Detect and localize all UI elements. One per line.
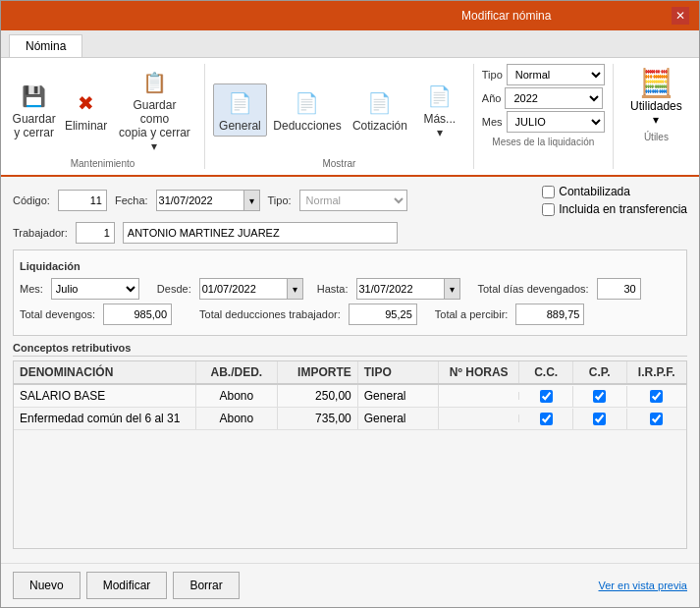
row2-irpf-check[interactable] — [650, 413, 663, 425]
mes-row: Mes JULIO ENERO FEBRERO — [482, 111, 605, 133]
mas-icon: 📄 — [424, 81, 456, 112]
ribbon-buttons-mostrar: 📄 General 📄 Deducciones 📄 Cotización 📄 M… — [213, 64, 465, 156]
tipo-row: Tipo Normal Extraordinaria Atraso — [482, 64, 605, 85]
total-ded-input[interactable] — [349, 304, 417, 325]
row2-denominacion: Enfermedad común del 6 al 31 — [14, 408, 196, 429]
utilities-button[interactable]: 🧮 Utilidades ▾ — [621, 64, 691, 130]
meses-label: Meses de la liquidación — [482, 137, 605, 147]
contabilizada-item: Contabilizada — [542, 185, 687, 198]
cotizacion-icon: 📄 — [364, 87, 396, 119]
ribbon-group-mantenimiento: 💾 Guardar y cerrar ✖ Eliminar 📋 Guardar … — [9, 64, 205, 169]
mantenimiento-label: Mantenimiento — [9, 158, 196, 169]
row2-cc-check[interactable] — [540, 413, 553, 425]
conceptos-title: Conceptos retributivos — [13, 342, 687, 357]
row2-cp-check[interactable] — [593, 413, 606, 425]
table-row[interactable]: Enfermedad común del 6 al 31 Abono 735,0… — [14, 408, 686, 430]
total-percibir-label: Total a percibir: — [435, 308, 509, 320]
mes-liq-select[interactable]: Julio Enero Febrero — [51, 278, 139, 300]
mes-liq-label: Mes: — [20, 283, 43, 295]
total-dias-label: Total días devengados: — [478, 283, 589, 295]
total-percibir-input[interactable] — [515, 304, 584, 325]
codigo-label: Código: — [13, 194, 50, 206]
close-button[interactable]: ✕ — [672, 7, 689, 25]
eliminar-button[interactable]: ✖ Eliminar — [61, 84, 111, 136]
transferencia-label: Incluida en transferencia — [559, 202, 687, 216]
form-row-trabajador: Trabajador: — [13, 222, 687, 244]
hasta-dropdown-btn[interactable]: ▾ — [445, 278, 460, 300]
row1-cc-check[interactable] — [540, 390, 553, 403]
anio-ribbon-select[interactable]: 2022 2021 2023 — [505, 87, 603, 109]
ribbon-liquidacion-settings: Tipo Normal Extraordinaria Atraso Año 20… — [482, 64, 614, 169]
delete-icon: ✖ — [71, 87, 102, 119]
utiles-label: Útiles — [644, 132, 669, 142]
row2-importe: 735,00 — [278, 408, 358, 429]
guardar-copia-button[interactable]: 📋 Guardar como copia y cerrar ▾ — [113, 64, 196, 156]
fecha-wrapper: ▾ — [156, 190, 260, 211]
hasta-label: Hasta: — [317, 283, 349, 295]
row1-cp-check[interactable] — [593, 390, 606, 403]
deducciones-button[interactable]: 📄 Deducciones — [269, 84, 346, 136]
total-devengos-label: Total devengos: — [20, 308, 95, 320]
fecha-dropdown-btn[interactable]: ▾ — [244, 190, 260, 211]
tab-nomina[interactable]: Nómina — [9, 34, 82, 57]
mas-button[interactable]: 📄 Más... ▾ — [414, 78, 465, 142]
tipo-form-select[interactable]: Normal Extraordinaria — [299, 190, 407, 211]
liquidacion-title: Liquidación — [20, 260, 680, 274]
tipo-form-label: Tipo: — [268, 194, 292, 206]
contabilizada-label: Contabilizada — [559, 185, 630, 198]
anio-ribbon-label: Año — [482, 92, 502, 104]
fecha-input[interactable] — [156, 190, 244, 211]
desde-input[interactable] — [199, 278, 288, 300]
guardar-cerrar-label: Guardar y cerrar — [13, 112, 56, 139]
row1-cp — [573, 386, 627, 407]
ver-preview-link[interactable]: Ver en vista previa — [599, 580, 688, 591]
total-dias-input[interactable] — [597, 278, 641, 300]
copy-icon: 📋 — [138, 67, 170, 98]
deducciones-icon: 📄 — [292, 87, 323, 119]
transferencia-check[interactable] — [542, 203, 555, 216]
header-cp: C.P. — [573, 361, 627, 383]
header-denominacion: DENOMINACIÓN — [14, 361, 196, 383]
cotizacion-button[interactable]: 📄 Cotización — [348, 84, 412, 136]
ribbon-buttons-mantenimiento: 💾 Guardar y cerrar ✖ Eliminar 📋 Guardar … — [9, 64, 196, 156]
liquidacion-row-1: Mes: Julio Enero Febrero Desde: ▾ Hasta:… — [20, 278, 680, 300]
save-icon: 💾 — [19, 81, 50, 112]
anio-row: Año 2022 2021 2023 — [482, 87, 605, 109]
row2-ab-ded: Abono — [196, 408, 277, 429]
row2-tipo: General — [358, 408, 439, 429]
row1-importe: 250,00 — [278, 385, 358, 407]
contabilizada-check[interactable] — [542, 186, 555, 198]
general-label: General — [219, 119, 261, 133]
tipo-ribbon-select[interactable]: Normal Extraordinaria Atraso — [507, 64, 605, 85]
nuevo-button[interactable]: Nuevo — [13, 572, 81, 599]
general-button[interactable]: 📄 General — [213, 83, 267, 137]
mas-label: Más... ▾ — [420, 112, 459, 139]
row1-irpf — [627, 386, 687, 407]
header-ab-ded: AB./DED. — [196, 361, 277, 383]
tab-bar: Nómina — [1, 30, 699, 58]
codigo-input[interactable] — [58, 190, 107, 211]
utilities-icon: 🧮 — [639, 67, 673, 99]
total-ded-label: Total deducciones trabajador: — [199, 308, 341, 320]
row2-horas — [439, 415, 519, 422]
form-row-1: Código: Fecha: ▾ Tipo: Normal Extraordin… — [13, 185, 687, 216]
total-devengos-input[interactable] — [103, 304, 172, 325]
conceptos-table: DENOMINACIÓN AB./DED. IMPORTE TIPO Nº HO… — [13, 360, 687, 549]
trabajador-id-input[interactable] — [76, 222, 115, 244]
mes-ribbon-select[interactable]: JULIO ENERO FEBRERO — [507, 111, 605, 133]
trabajador-name-input[interactable] — [123, 222, 398, 244]
row2-cc — [519, 409, 573, 429]
fecha-label: Fecha: — [115, 194, 148, 206]
header-importe: IMPORTE — [278, 361, 358, 383]
table-row[interactable]: SALARIO BASE Abono 250,00 General — [14, 385, 686, 408]
liquidacion-row-2: Total devengos: Total deducciones trabaj… — [20, 304, 680, 325]
borrar-button[interactable]: Borrar — [173, 572, 239, 599]
desde-dropdown-btn[interactable]: ▾ — [288, 278, 303, 300]
modificar-button[interactable]: Modificar — [86, 572, 168, 599]
trabajador-label: Trabajador: — [13, 227, 68, 239]
row1-irpf-check[interactable] — [650, 390, 663, 403]
hasta-input[interactable] — [356, 278, 445, 300]
row2-cp — [573, 409, 627, 429]
guardar-cerrar-button[interactable]: 💾 Guardar y cerrar — [9, 78, 59, 142]
ribbon-group-mostrar: 📄 General 📄 Deducciones 📄 Cotización 📄 M… — [213, 64, 474, 169]
